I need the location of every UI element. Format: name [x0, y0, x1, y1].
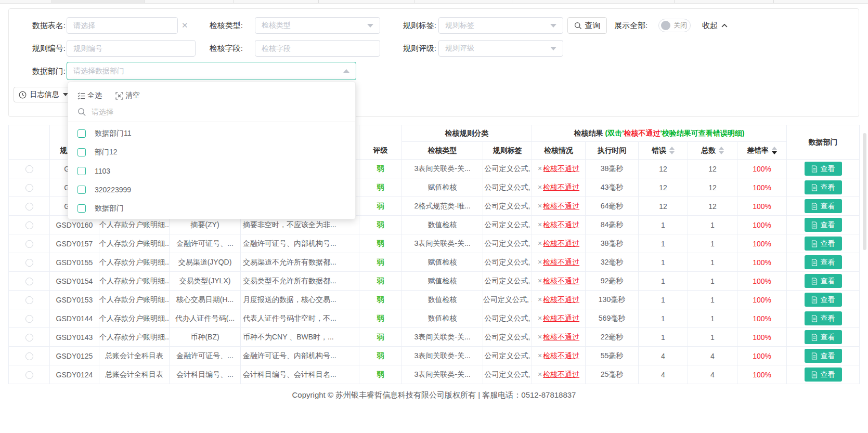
row-radio[interactable] [25, 278, 33, 285]
table-name-input[interactable] [73, 21, 171, 30]
status-fail-link[interactable]: 检核不通过 [543, 220, 579, 229]
row-radio[interactable] [25, 352, 33, 360]
rule-level-select[interactable]: 规则评级 [438, 40, 563, 57]
dropdown-option[interactable]: 320223999 [68, 180, 355, 199]
view-button[interactable]: 查看 [805, 162, 842, 176]
clear-selection-icon [115, 92, 123, 100]
status-fail-link[interactable]: 检核不通过 [543, 164, 579, 173]
checkbox[interactable] [77, 148, 86, 156]
cell-check-field: 金融许可证号、... [170, 347, 241, 365]
check-field-input-box[interactable] [255, 40, 380, 57]
cell-rule-code: GSDY0155 [50, 253, 99, 272]
cell-status: ×检核不通过 [532, 291, 586, 309]
view-button[interactable]: 查看 [805, 199, 842, 213]
rule-no-input-box[interactable] [67, 40, 196, 57]
document-icon [811, 240, 818, 247]
status-fail-link[interactable]: 检核不通过 [543, 202, 579, 210]
view-button[interactable]: 查看 [805, 349, 842, 363]
cell-exec-time: 38毫秒 [586, 234, 639, 253]
view-button[interactable]: 查看 [805, 368, 842, 382]
fail-x-icon: × [538, 314, 542, 322]
cell-errors: 1 [639, 309, 688, 328]
cell-total: 1 [688, 309, 737, 328]
rule-tag-select[interactable]: 规则标签 [438, 17, 563, 34]
checkbox[interactable] [77, 167, 86, 175]
rule-no-input[interactable] [73, 44, 189, 53]
status-fail-link[interactable]: 检核不通过 [543, 333, 579, 341]
view-button[interactable]: 查看 [805, 330, 842, 344]
cell-check-type: 3表间关联类-关... [402, 160, 483, 178]
row-radio[interactable] [25, 315, 33, 323]
log-info-button[interactable]: 日志信息 [14, 87, 73, 102]
dept-search-input[interactable] [92, 108, 346, 116]
row-radio[interactable] [25, 240, 33, 248]
collapse-button[interactable]: 收起 [702, 17, 728, 34]
status-fail-link[interactable]: 检核不通过 [543, 314, 579, 322]
row-radio[interactable] [25, 296, 33, 304]
table-row: GSDY0144 个人存款分户账明细... 代办人证件号码(... 代表人证件号… [9, 309, 860, 328]
status-fail-link[interactable]: 检核不通过 [543, 370, 579, 378]
row-radio[interactable] [25, 184, 33, 192]
row-radio[interactable] [25, 334, 33, 342]
view-button[interactable]: 查看 [805, 311, 842, 325]
cell-rule-tag: 公司定义公式, [483, 272, 532, 291]
column-header-error-rate[interactable]: 差错率 [737, 142, 787, 160]
view-button[interactable]: 查看 [805, 274, 842, 288]
column-header-status: 检核情况 [532, 142, 586, 160]
cell-rule-desc: 币种不为CNY 、BWB时，... [241, 328, 359, 347]
cell-exec-time: 64毫秒 [586, 197, 639, 216]
table-row: GSDY0125 总账会计全科目表 金融许可证号、... 金融许可证号、内部机构… [9, 347, 860, 365]
dropdown-option[interactable]: 数据部门11 [68, 124, 355, 143]
checkbox[interactable] [77, 186, 86, 194]
sort-icons[interactable] [669, 147, 675, 154]
data-dept-multiselect[interactable]: 请选择数据部门 [67, 62, 356, 80]
status-fail-link[interactable]: 检核不通过 [543, 258, 579, 266]
checkbox[interactable] [77, 204, 86, 213]
status-fail-link[interactable]: 检核不通过 [543, 295, 579, 304]
view-button[interactable]: 查看 [805, 218, 842, 232]
table-row: GSDY0143 个人存款分户账明细... 币种(BZ) 币种不为CNY 、BW… [9, 328, 860, 347]
cell-total: 12 [688, 178, 737, 197]
dropdown-option[interactable]: 1103 [68, 162, 355, 180]
table-row: GSDY0155 个人存款分户账明细... 交易渠道(JYQD) 交易渠道不允许… [9, 253, 860, 272]
view-button[interactable]: 查看 [805, 180, 842, 194]
select-all-button[interactable]: 全选 [77, 91, 102, 100]
cell-rule-code: GSDY0124 [50, 365, 99, 384]
search-icon [77, 108, 86, 116]
fail-x-icon: × [538, 239, 542, 247]
cell-status: ×检核不通过 [532, 347, 586, 365]
view-button[interactable]: 查看 [805, 255, 842, 269]
row-radio[interactable] [25, 165, 33, 173]
show-all-toggle[interactable]: 关闭 [658, 19, 691, 32]
dropdown-option[interactable]: 部门12 [68, 143, 355, 162]
query-button[interactable]: 查询 [567, 17, 607, 34]
view-button[interactable]: 查看 [805, 293, 842, 307]
row-radio[interactable] [25, 259, 33, 267]
dept-search-box[interactable] [77, 103, 346, 121]
clear-icon[interactable]: ✕ [182, 17, 188, 34]
column-header-errors[interactable]: 错误 [639, 142, 688, 160]
row-radio[interactable] [25, 203, 33, 211]
clear-selection-button[interactable]: 清空 [115, 91, 140, 100]
status-fail-link[interactable]: 检核不通过 [543, 351, 579, 360]
row-radio[interactable] [25, 371, 33, 379]
fail-x-icon: × [538, 277, 542, 285]
checkbox[interactable] [77, 129, 86, 138]
column-header-total[interactable]: 总数 [688, 142, 737, 160]
row-radio[interactable] [25, 221, 33, 229]
check-type-select[interactable]: 检核类型 [255, 17, 380, 34]
status-fail-link[interactable]: 检核不通过 [543, 277, 579, 285]
cell-check-type: 数值检核 [402, 309, 483, 328]
scrollbar-thumb[interactable] [863, 133, 866, 250]
sort-icons-active-desc[interactable] [772, 147, 777, 154]
cell-total: 1 [688, 216, 737, 234]
status-fail-link[interactable]: 检核不通过 [543, 239, 579, 247]
sort-icons[interactable] [719, 147, 724, 154]
view-button[interactable]: 查看 [805, 237, 842, 251]
group-header-rule-class: 检核规则分类 [402, 125, 532, 142]
table-name-input-box[interactable] [67, 17, 178, 34]
dropdown-option[interactable]: 数据部门 [68, 199, 355, 218]
document-icon [811, 278, 818, 285]
check-field-input[interactable] [262, 44, 373, 53]
status-fail-link[interactable]: 检核不通过 [543, 183, 579, 191]
